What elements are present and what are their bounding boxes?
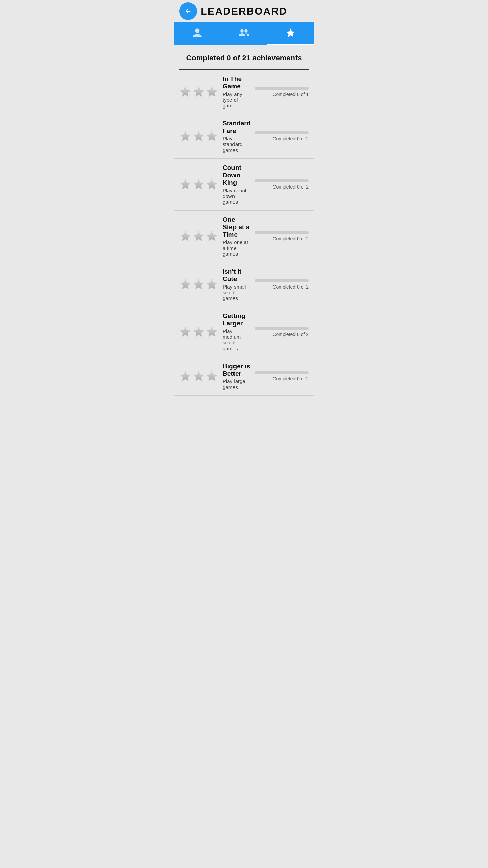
star-3 bbox=[206, 86, 218, 98]
progress-text: Completed 0 of 2 bbox=[272, 236, 309, 241]
achievement-name: Count Down King bbox=[223, 164, 250, 186]
achievement-info: Bigger is Better Play large games bbox=[223, 362, 250, 390]
achievement-progress: Completed 0 of 2 bbox=[255, 279, 309, 290]
people-icon bbox=[238, 27, 250, 41]
achievement-item: One Step at a Time Play one at a time ga… bbox=[174, 211, 314, 262]
stars-container bbox=[179, 370, 218, 382]
header: LEADERBOARD bbox=[174, 0, 314, 22]
achievement-item: Bigger is Better Play large games Comple… bbox=[174, 357, 314, 396]
achievement-description: Play small sized games bbox=[223, 284, 250, 301]
star-1 bbox=[179, 230, 191, 242]
stars-container bbox=[179, 130, 218, 142]
progress-bar-container bbox=[255, 131, 309, 134]
star-2 bbox=[192, 230, 205, 242]
achievement-progress: Completed 0 of 2 bbox=[255, 231, 309, 241]
achievement-name: Getting Larger bbox=[223, 312, 250, 327]
page-title: LEADERBOARD bbox=[201, 5, 287, 17]
star-2 bbox=[192, 86, 205, 98]
achievement-description: Play standard games bbox=[223, 136, 250, 153]
achievement-name: Isn't It Cute bbox=[223, 268, 250, 283]
achievement-info: Count Down King Play count down games bbox=[223, 164, 250, 205]
stars-container bbox=[179, 230, 218, 242]
star-2 bbox=[192, 178, 205, 191]
achievement-info: One Step at a Time Play one at a time ga… bbox=[223, 216, 250, 257]
achievement-item: Count Down King Play count down games Co… bbox=[174, 159, 314, 211]
progress-text: Completed 0 of 2 bbox=[272, 184, 309, 190]
progress-bar-container bbox=[255, 371, 309, 374]
star-1 bbox=[179, 130, 191, 142]
achievement-description: Play medium sized games bbox=[223, 328, 250, 351]
star-2 bbox=[192, 326, 205, 338]
progress-text: Completed 0 of 2 bbox=[272, 332, 309, 337]
achievement-progress: Completed 0 of 1 bbox=[255, 87, 309, 97]
progress-text: Completed 0 of 1 bbox=[272, 92, 309, 97]
progress-text: Completed 0 of 2 bbox=[272, 136, 309, 141]
achievement-info: Standard Fare Play standard games bbox=[223, 120, 250, 153]
star-3 bbox=[206, 278, 218, 291]
achievement-item: Isn't It Cute Play small sized games Com… bbox=[174, 262, 314, 307]
achievement-item: In The Game Play any type of game Comple… bbox=[174, 70, 314, 114]
star-1 bbox=[179, 86, 191, 98]
achievement-list: In The Game Play any type of game Comple… bbox=[174, 70, 314, 396]
star-2 bbox=[192, 278, 205, 291]
star-1 bbox=[179, 326, 191, 338]
star-1 bbox=[179, 370, 191, 382]
achievement-info: In The Game Play any type of game bbox=[223, 75, 250, 108]
stars-container bbox=[179, 326, 218, 338]
achievement-item: Getting Larger Play medium sized games C… bbox=[174, 307, 314, 357]
star-3 bbox=[206, 230, 218, 242]
achievement-progress: Completed 0 of 2 bbox=[255, 179, 309, 190]
progress-bar-container bbox=[255, 231, 309, 234]
star-3 bbox=[206, 326, 218, 338]
tab-multi-player[interactable] bbox=[221, 22, 267, 45]
achievement-description: Play large games bbox=[223, 378, 250, 390]
achievement-progress: Completed 0 of 2 bbox=[255, 371, 309, 381]
achievement-progress: Completed 0 of 2 bbox=[255, 131, 309, 141]
achievement-name: One Step at a Time bbox=[223, 216, 250, 238]
achievement-item: Standard Fare Play standard games Comple… bbox=[174, 114, 314, 159]
star-icon bbox=[285, 27, 296, 41]
progress-text: Completed 0 of 2 bbox=[272, 284, 309, 290]
stars-container bbox=[179, 178, 218, 191]
achievement-name: Standard Fare bbox=[223, 120, 250, 135]
achievement-info: Getting Larger Play medium sized games bbox=[223, 312, 250, 351]
back-button[interactable] bbox=[179, 2, 197, 20]
achievement-description: Play one at a time games bbox=[223, 239, 250, 257]
tab-achievements[interactable] bbox=[267, 22, 314, 45]
star-1 bbox=[179, 178, 191, 191]
achievement-progress: Completed 0 of 2 bbox=[255, 327, 309, 337]
achievement-name: In The Game bbox=[223, 75, 250, 90]
star-3 bbox=[206, 130, 218, 142]
star-2 bbox=[192, 130, 205, 142]
tab-bar bbox=[174, 22, 314, 45]
star-1 bbox=[179, 278, 191, 291]
stars-container bbox=[179, 278, 218, 291]
star-2 bbox=[192, 370, 205, 382]
tab-single-player[interactable] bbox=[174, 22, 221, 45]
person-icon bbox=[192, 27, 203, 41]
star-3 bbox=[206, 178, 218, 191]
progress-bar-container bbox=[255, 279, 309, 282]
progress-bar-container bbox=[255, 179, 309, 182]
achievement-info: Isn't It Cute Play small sized games bbox=[223, 268, 250, 301]
progress-bar-container bbox=[255, 87, 309, 90]
progress-bar-container bbox=[255, 327, 309, 330]
achievement-description: Play any type of game bbox=[223, 91, 250, 108]
progress-text: Completed 0 of 2 bbox=[272, 376, 309, 381]
star-3 bbox=[206, 370, 218, 382]
achievement-description: Play count down games bbox=[223, 188, 250, 205]
stars-container bbox=[179, 86, 218, 98]
achievement-name: Bigger is Better bbox=[223, 362, 250, 377]
achievements-summary: Completed 0 of 21 achievements bbox=[179, 45, 309, 70]
